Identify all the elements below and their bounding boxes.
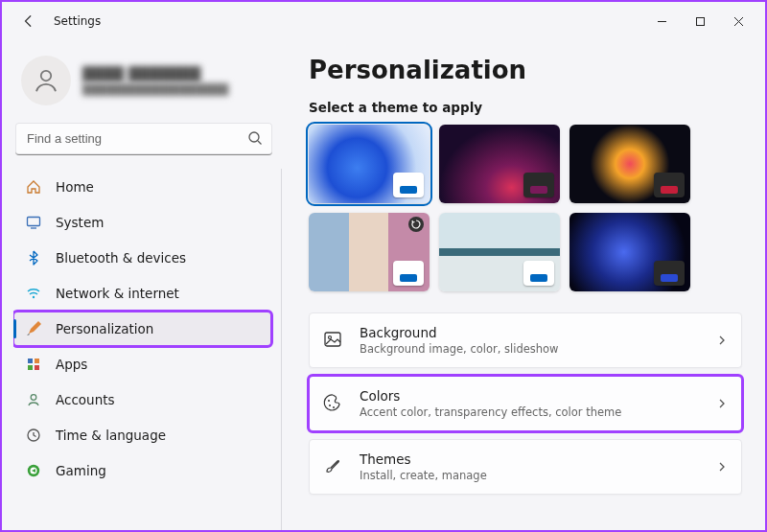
chevron-right-icon <box>716 398 728 409</box>
bluetooth-icon <box>25 249 42 266</box>
theme-card-1[interactable] <box>309 125 430 203</box>
svg-point-19 <box>329 405 331 406</box>
person-icon <box>32 66 60 95</box>
close-icon <box>733 16 744 27</box>
system-icon <box>25 214 42 231</box>
palette-icon <box>323 393 344 414</box>
maximize-button[interactable] <box>681 6 719 36</box>
search-input[interactable] <box>15 123 272 155</box>
chevron-right-icon <box>716 335 728 346</box>
svg-point-7 <box>33 296 35 298</box>
theme-card-2[interactable] <box>439 125 560 203</box>
sidebar-item-network[interactable]: Network & internet <box>13 276 271 311</box>
theme-grid <box>309 125 742 291</box>
user-profile[interactable]: ████ ███████ ██████████████████ <box>13 48 282 119</box>
sidebar-item-time[interactable]: Time & language <box>13 418 271 452</box>
option-themes[interactable]: Themes Install, create, manage <box>309 439 742 495</box>
theme-section-label: Select a theme to apply <box>309 100 742 115</box>
option-background[interactable]: Background Background image, color, slid… <box>309 312 742 368</box>
maximize-icon <box>695 16 706 27</box>
minimize-icon <box>657 16 667 27</box>
sidebar-item-bluetooth[interactable]: Bluetooth & devices <box>13 241 271 275</box>
sidebar: ████ ███████ ██████████████████ Home Sys… <box>2 40 282 530</box>
sidebar-item-apps[interactable]: Apps <box>13 347 271 382</box>
svg-point-20 <box>333 406 335 408</box>
nav-list: Home System Bluetooth & devices Network … <box>13 169 282 530</box>
theme-card-3[interactable] <box>569 125 690 203</box>
svg-point-12 <box>31 395 36 401</box>
svg-point-3 <box>249 132 259 142</box>
arrow-left-icon <box>22 14 35 28</box>
sidebar-item-label: Time & language <box>56 428 166 443</box>
picture-icon <box>323 330 344 351</box>
svg-rect-5 <box>28 218 40 226</box>
svg-point-18 <box>328 400 330 402</box>
paintbrush-icon <box>25 320 42 337</box>
svg-rect-9 <box>35 359 39 363</box>
home-icon <box>25 178 42 196</box>
sidebar-item-label: Home <box>56 179 94 195</box>
option-colors[interactable]: Colors Accent color, transparency effect… <box>309 376 742 431</box>
svg-rect-1 <box>696 17 704 25</box>
user-name: ████ ███████ <box>82 66 228 81</box>
minimize-button[interactable] <box>642 6 681 36</box>
option-title: Background <box>360 325 701 340</box>
sidebar-item-label: Personalization <box>56 321 153 336</box>
sync-badge-icon <box>408 217 424 232</box>
svg-point-2 <box>41 71 52 81</box>
window-title: Settings <box>54 14 101 28</box>
theme-card-5[interactable] <box>439 213 560 291</box>
sidebar-item-personalization[interactable]: Personalization <box>13 312 271 346</box>
chevron-right-icon <box>716 461 728 473</box>
sidebar-item-home[interactable]: Home <box>13 170 271 204</box>
titlebar: Settings <box>2 2 765 40</box>
page-title: Personalization <box>309 56 742 84</box>
avatar <box>21 56 71 105</box>
sidebar-item-gaming[interactable]: Gaming <box>13 453 271 488</box>
svg-rect-10 <box>28 365 33 370</box>
clock-icon <box>25 427 42 444</box>
option-title: Colors <box>360 388 701 404</box>
option-subtitle: Install, create, manage <box>360 469 701 482</box>
sidebar-item-label: Bluetooth & devices <box>56 250 186 266</box>
svg-line-4 <box>258 141 262 145</box>
close-button[interactable] <box>719 6 757 36</box>
user-email: ██████████████████ <box>82 83 228 96</box>
svg-point-17 <box>329 336 332 339</box>
search-icon <box>247 130 263 146</box>
sidebar-item-system[interactable]: System <box>13 205 271 240</box>
theme-card-6[interactable] <box>569 213 690 291</box>
option-subtitle: Background image, color, slideshow <box>360 342 701 356</box>
accounts-icon <box>25 391 42 408</box>
option-subtitle: Accent color, transparency effects, colo… <box>360 405 701 419</box>
svg-rect-11 <box>35 365 39 370</box>
wifi-icon <box>25 285 42 302</box>
sidebar-item-label: Accounts <box>56 392 115 407</box>
back-button[interactable] <box>15 8 42 35</box>
gaming-icon <box>25 462 42 479</box>
sidebar-item-label: System <box>56 215 104 230</box>
sidebar-item-label: Apps <box>56 357 87 372</box>
brush-icon <box>323 456 344 477</box>
sidebar-item-label: Gaming <box>56 463 106 478</box>
sidebar-item-label: Network & internet <box>56 286 179 301</box>
option-title: Themes <box>360 451 701 467</box>
main-panel: Personalization Select a theme to apply <box>282 40 765 530</box>
svg-rect-8 <box>28 359 33 363</box>
apps-icon <box>25 356 42 373</box>
theme-card-4[interactable] <box>309 213 430 291</box>
sidebar-item-accounts[interactable]: Accounts <box>13 382 271 417</box>
